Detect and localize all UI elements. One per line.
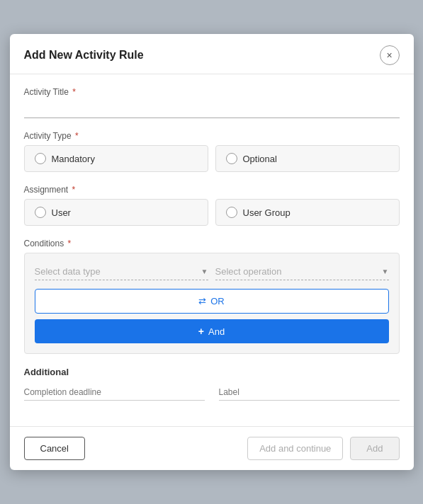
- or-button[interactable]: ⇄ OR: [35, 289, 389, 314]
- additional-fields-row: [24, 384, 400, 401]
- activity-title-field: Activity Title *: [24, 87, 400, 118]
- radio-circle-mandatory: [35, 153, 46, 164]
- or-label: OR: [210, 296, 225, 307]
- activity-title-input[interactable]: [24, 101, 400, 118]
- conditions-field: Conditions * Select data type ▼ Select: [24, 239, 400, 354]
- activity-type-label: Activity Type *: [24, 131, 400, 141]
- modal-footer: Cancel Add and continue Add: [10, 426, 414, 470]
- select-operation[interactable]: Select operation ▼: [215, 263, 389, 280]
- and-label: And: [208, 326, 225, 337]
- chevron-down-icon-2: ▼: [382, 268, 389, 275]
- select-data-type[interactable]: Select data type ▼: [35, 263, 208, 280]
- radio-mandatory[interactable]: Mandatory: [24, 145, 208, 172]
- close-button[interactable]: ×: [380, 45, 400, 65]
- and-button[interactable]: + And: [35, 319, 389, 343]
- additional-section: Additional: [24, 367, 400, 401]
- or-icon: ⇄: [198, 296, 206, 307]
- label-input[interactable]: [219, 384, 400, 401]
- select-operation-placeholder: Select operation: [215, 266, 282, 277]
- cancel-button[interactable]: Cancel: [24, 437, 85, 460]
- conditions-label: Conditions *: [24, 239, 400, 248]
- conditions-box: Select data type ▼ Select operation ▼: [24, 253, 400, 354]
- optional-label: Optional: [243, 154, 277, 164]
- additional-label: Additional: [24, 367, 400, 377]
- assignment-field: Assignment * User User Group: [24, 185, 400, 226]
- completion-deadline-input[interactable]: [24, 384, 205, 401]
- completion-deadline-field: [24, 384, 205, 401]
- activity-type-radio-group: Mandatory Optional: [24, 145, 400, 172]
- activity-title-label: Activity Title *: [24, 87, 400, 97]
- modal-body: Activity Title * Activity Type * Mandato…: [10, 74, 414, 426]
- mandatory-label: Mandatory: [52, 154, 95, 164]
- add-button[interactable]: Add: [350, 437, 399, 460]
- radio-circle-optional: [226, 153, 237, 164]
- radio-user-group[interactable]: User Group: [215, 199, 400, 226]
- modal-header: Add New Activity Rule ×: [10, 34, 414, 74]
- user-label: User: [52, 207, 71, 218]
- select-data-type-placeholder: Select data type: [35, 266, 101, 277]
- footer-right-buttons: Add and continue Add: [247, 437, 399, 460]
- conditions-selects-row: Select data type ▼ Select operation ▼: [35, 263, 389, 280]
- radio-user[interactable]: User: [24, 199, 208, 226]
- assignment-label: Assignment *: [24, 185, 400, 195]
- radio-circle-user-group: [226, 207, 237, 218]
- assignment-radio-group: User User Group: [24, 199, 400, 226]
- modal-overlay: Add New Activity Rule × Activity Title *…: [0, 0, 423, 504]
- radio-optional[interactable]: Optional: [215, 145, 400, 172]
- activity-type-field: Activity Type * Mandatory Optional: [24, 131, 400, 172]
- plus-icon: +: [198, 326, 204, 337]
- modal-title: Add New Activity Rule: [24, 49, 144, 62]
- chevron-down-icon: ▼: [201, 268, 208, 275]
- add-continue-button[interactable]: Add and continue: [247, 437, 343, 460]
- user-group-label: User Group: [243, 207, 291, 218]
- modal-dialog: Add New Activity Rule × Activity Title *…: [10, 34, 414, 470]
- label-field: [219, 384, 400, 401]
- radio-circle-user: [35, 207, 46, 218]
